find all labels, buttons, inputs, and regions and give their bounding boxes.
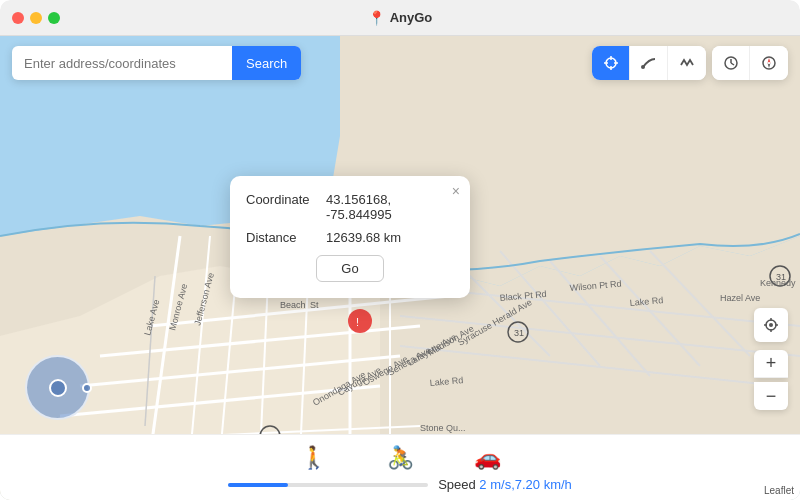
svg-text:St: St — [310, 300, 319, 310]
go-button[interactable]: Go — [316, 255, 383, 282]
coordinate-value: 43.156168, -75.844995 — [326, 192, 454, 222]
zoom-controls: + − — [754, 308, 788, 410]
car-mode-button[interactable]: 🚗 — [474, 445, 501, 471]
pin-icon: 📍 — [368, 10, 385, 26]
leaflet-attribution: Leaflet — [764, 485, 794, 496]
popup-close-button[interactable]: × — [452, 184, 460, 198]
locate-button[interactable] — [754, 308, 788, 342]
search-input[interactable] — [12, 46, 232, 80]
svg-point-57 — [641, 65, 645, 69]
history-button[interactable] — [712, 46, 750, 80]
locate-icon — [763, 317, 779, 333]
maximize-button[interactable] — [48, 12, 60, 24]
speed-value: 2 m/s,7.20 km/h — [479, 477, 571, 492]
search-button[interactable]: Search — [232, 46, 301, 80]
crosshair-button[interactable] — [592, 46, 630, 80]
traffic-lights — [12, 12, 60, 24]
coordinate-popup: × Coordinate 43.156168, -75.844995 Dista… — [230, 176, 470, 298]
coordinate-row: Coordinate 43.156168, -75.844995 — [246, 192, 454, 222]
title-bar: 📍 AnyGo — [0, 0, 800, 36]
route-curve-button[interactable] — [630, 46, 668, 80]
zoom-out-button[interactable]: − — [754, 382, 788, 410]
speed-slider[interactable] — [228, 483, 428, 487]
history-compass-group — [712, 46, 788, 80]
joystick-center — [49, 379, 67, 397]
svg-text:31: 31 — [514, 328, 524, 338]
zoom-in-button[interactable]: + — [754, 350, 788, 378]
minimize-button[interactable] — [30, 12, 42, 24]
transport-modes: 🚶 🚴 🚗 — [0, 445, 800, 471]
svg-text:Kennedy: Kennedy — [760, 278, 796, 288]
svg-marker-62 — [768, 58, 771, 63]
right-controls — [592, 46, 788, 80]
compass-icon — [761, 55, 777, 71]
bike-mode-button[interactable]: 🚴 — [387, 445, 414, 471]
svg-line-60 — [731, 63, 734, 65]
speed-fill — [228, 483, 288, 487]
distance-label: Distance — [246, 230, 326, 245]
svg-text:Stone Qu...: Stone Qu... — [420, 423, 466, 433]
app-name: AnyGo — [390, 10, 433, 25]
coordinate-label: Coordinate — [246, 192, 326, 207]
joystick-compass[interactable] — [25, 355, 90, 420]
map-container[interactable]: 31 31 31 ! Syracuse Herald Ave Madison A… — [0, 36, 800, 500]
speed-label: Speed 2 m/s,7.20 km/h — [438, 477, 572, 492]
close-button[interactable] — [12, 12, 24, 24]
search-bar: Search — [12, 46, 301, 80]
route-wave-button[interactable] — [668, 46, 706, 80]
svg-marker-63 — [768, 63, 771, 68]
speed-row: Speed 2 m/s,7.20 km/h — [0, 477, 800, 492]
route-curve-icon — [641, 55, 657, 71]
joystick-dot — [82, 383, 92, 393]
walk-mode-button[interactable]: 🚶 — [300, 445, 327, 471]
navigation-mode-group — [592, 46, 706, 80]
svg-text:!: ! — [356, 316, 359, 328]
svg-point-69 — [769, 323, 773, 327]
svg-text:Beach: Beach — [280, 300, 306, 310]
distance-row: Distance 12639.68 km — [246, 230, 454, 245]
top-controls: Search — [12, 46, 788, 80]
route-wave-icon — [679, 55, 695, 71]
distance-value: 12639.68 km — [326, 230, 401, 245]
clock-icon — [723, 55, 739, 71]
app-title: 📍 AnyGo — [368, 10, 433, 26]
compass-button[interactable] — [750, 46, 788, 80]
bottom-panel: 🚶 🚴 🚗 Speed 2 m/s,7.20 km/h — [0, 434, 800, 500]
svg-text:Hazel Ave: Hazel Ave — [720, 293, 760, 303]
crosshair-icon — [603, 55, 619, 71]
svg-point-31 — [348, 309, 372, 333]
